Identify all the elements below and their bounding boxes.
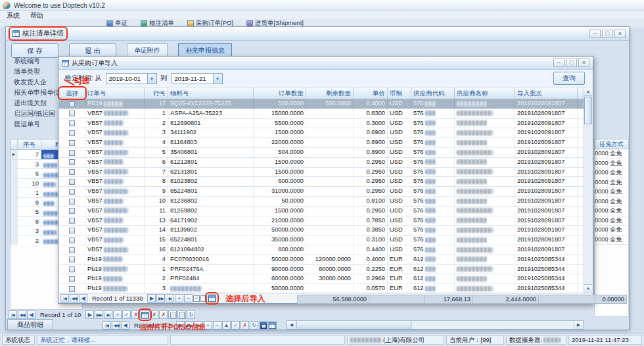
- table-row[interactable]: VB57166121094802800.00000.4400USD5762019…: [59, 245, 584, 255]
- checkbox[interactable]: [69, 189, 75, 195]
- x-button[interactable]: ✗: [150, 310, 158, 319]
- table-row[interactable]: VB5711812698021500.00000.2950USD57620191…: [59, 207, 584, 216]
- checkbox[interactable]: [69, 140, 75, 146]
- x-button[interactable]: ✗: [241, 321, 249, 330]
- prev-button[interactable]: ◀: [79, 294, 87, 303]
- last-button[interactable]: ▶|: [166, 294, 174, 303]
- first-button[interactable]: |◀: [9, 310, 17, 319]
- import-column-header[interactable]: 单价: [354, 87, 388, 99]
- check-button[interactable]: ✓: [122, 310, 131, 319]
- maximize-button[interactable]: □: [602, 30, 613, 38]
- refresh-button[interactable]: ↻: [187, 310, 195, 319]
- dialog-close-button[interactable]: ×: [578, 59, 589, 67]
- checkbox[interactable]: [69, 179, 75, 185]
- import-column-header[interactable]: 物料号: [168, 87, 254, 99]
- checkbox[interactable]: [69, 266, 75, 272]
- first-button[interactable]: |◀: [103, 321, 111, 330]
- checkbox-empty[interactable]: [200, 295, 207, 302]
- table-row[interactable]: VB573341119021500.00000.6900USD576201910…: [59, 128, 584, 138]
- prev-button[interactable]: ◀: [27, 310, 35, 319]
- query-button[interactable]: 查询: [553, 72, 585, 85]
- scroll-down-icon[interactable]: ▼: [584, 284, 592, 293]
- checkbox[interactable]: [69, 247, 75, 253]
- table-row[interactable]: VB57535406801504.00000.8900USD5762019102…: [59, 148, 584, 158]
- last-button[interactable]: ▶|: [104, 310, 112, 319]
- checkbox[interactable]: [69, 150, 75, 156]
- scrollbar-thumb[interactable]: [584, 97, 592, 124]
- attachment-button[interactable]: [177, 310, 186, 319]
- checkbox[interactable]: [69, 276, 75, 282]
- checkbox[interactable]: [69, 286, 75, 292]
- import-selected-button[interactable]: [208, 294, 216, 303]
- table-row[interactable]: VB57148113980250000.00000.3850USD5762019…: [59, 226, 584, 235]
- chevron-down-icon[interactable]: ▼: [147, 74, 156, 84]
- checkbox[interactable]: [69, 228, 75, 234]
- prev2-button[interactable]: ◀◀: [70, 294, 78, 303]
- table-row[interactable]: VB5748116480322000.00000.8900USD57620191…: [59, 138, 584, 148]
- chevron-down-icon[interactable]: ▼: [213, 74, 222, 84]
- import-column-header[interactable]: 选择: [59, 87, 85, 99]
- import-column-header[interactable]: 币制: [388, 87, 411, 99]
- tab-goods-detail[interactable]: 商品明细: [7, 319, 53, 330]
- close-button[interactable]: ×: [614, 30, 626, 38]
- first-button[interactable]: |◀: [60, 294, 69, 303]
- column-header-seq[interactable]: 序号: [18, 139, 41, 149]
- table-row[interactable]: Pb19350000.00000.0570EUR6122019102508534…: [59, 284, 584, 293]
- table-row[interactable]: VB5796522480131000.00000.2950USD57620191…: [59, 187, 584, 197]
- checkbox[interactable]: [69, 169, 75, 175]
- table-row[interactable]: VB57136417190221000.00000.7850USD5762019…: [59, 216, 584, 226]
- table-row[interactable]: VB57156522480135000.00000.3100USD5762019…: [59, 235, 584, 245]
- checkbox[interactable]: [69, 159, 75, 165]
- grid-view-button[interactable]: [268, 321, 277, 330]
- document-button[interactable]: [168, 310, 177, 319]
- next2-button[interactable]: ▶▶: [156, 294, 165, 303]
- table-row[interactable]: PB19175Q25-41C2320-75225500.0000500.0000…: [59, 99, 584, 109]
- checkbox[interactable]: [69, 199, 75, 205]
- table-row[interactable]: VB57108123680250.00000.8100USD5762019102…: [59, 197, 584, 207]
- scrollbar-thumb[interactable]: [296, 321, 411, 329]
- exemption-header[interactable]: 征免方式: [594, 139, 629, 149]
- import-column-header[interactable]: 订单数量: [254, 87, 306, 99]
- plus-button[interactable]: +: [113, 310, 122, 319]
- checkbox[interactable]: [69, 237, 75, 243]
- next-button[interactable]: ▶: [85, 310, 94, 319]
- import-column-header[interactable]: 供应商名称: [455, 87, 515, 99]
- check-button[interactable]: ✓: [231, 321, 240, 330]
- save-icon-button[interactable]: [259, 321, 267, 330]
- up-button[interactable]: ▲: [222, 321, 231, 330]
- scroll-right-icon[interactable]: ▶: [574, 321, 583, 329]
- scroll-left-icon[interactable]: ◀: [287, 321, 296, 329]
- minus-button[interactable]: −: [213, 321, 221, 330]
- refresh-button[interactable]: ↻: [250, 321, 258, 330]
- table-row[interactable]: VB5728126908015500.00000.3000USD57620191…: [59, 119, 584, 129]
- table-row[interactable]: VB577621318011500.00000.2950USD576201910…: [59, 168, 584, 178]
- minimize-button[interactable]: –: [589, 30, 601, 38]
- table-row[interactable]: Pb191PRF02476A90000.000080000.00000.2250…: [59, 265, 584, 275]
- table-row[interactable]: VB571ASPA-A25A-3522315000.00000.8300USD5…: [59, 109, 584, 119]
- date-to-picker[interactable]: 2019-11-21 ▼: [172, 73, 223, 84]
- import-column-header[interactable]: 行号: [145, 87, 168, 99]
- table-row[interactable]: VB57881023802600.00000.2950USD5762019102…: [59, 177, 584, 187]
- prev2-button[interactable]: ◀◀: [112, 321, 120, 330]
- checkbox[interactable]: [69, 218, 75, 224]
- checkbox[interactable]: [69, 208, 75, 214]
- table-row[interactable]: Pb194FC07003001650000.0000120000.00000.4…: [59, 255, 584, 265]
- horizontal-scrollbar[interactable]: ◀ ▶: [287, 320, 584, 330]
- table-row[interactable]: Pb192PRF0248460000.000030000.00000.2969E…: [59, 274, 584, 284]
- dialog-maximize-button[interactable]: □: [566, 59, 577, 67]
- table-row[interactable]: VB576612128011500.00000.2950USD576201910…: [59, 158, 584, 168]
- checkbox[interactable]: [69, 257, 75, 262]
- checkbox[interactable]: [69, 130, 75, 136]
- minus-button[interactable]: −: [184, 294, 193, 303]
- next2-button[interactable]: ▶▶: [95, 310, 103, 319]
- plus-button[interactable]: +: [175, 294, 183, 303]
- open-po-so-button[interactable]: [141, 310, 149, 319]
- x-button[interactable]: ✗: [159, 310, 168, 319]
- import-column-header[interactable]: 订单号: [85, 87, 145, 99]
- scroll-up-icon[interactable]: ▲: [584, 87, 592, 96]
- import-column-header[interactable]: 导入批次: [515, 87, 578, 99]
- prev-button[interactable]: ◀: [121, 321, 129, 330]
- date-from-picker[interactable]: 2019-10-01 ▼: [106, 73, 157, 84]
- checkbox[interactable]: [69, 101, 75, 107]
- checkbox[interactable]: [69, 120, 75, 126]
